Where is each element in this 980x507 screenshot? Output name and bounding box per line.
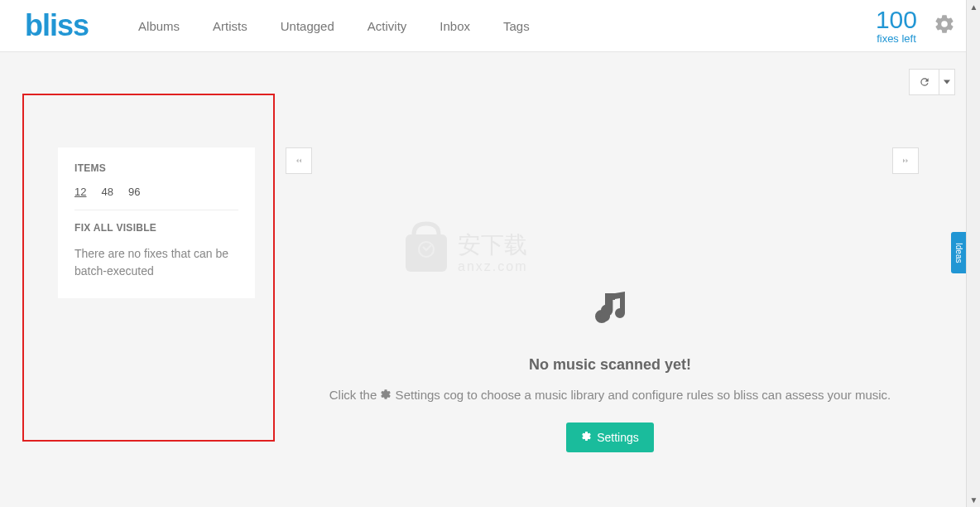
items-options: 12 48 96 (74, 186, 238, 198)
main-title: No music scanned yet! (529, 356, 691, 374)
divider (74, 210, 238, 210)
settings-button-label: Settings (597, 431, 639, 444)
main-text: Click the Settings cog to choose a music… (329, 385, 891, 406)
settings-button[interactable]: Settings (566, 422, 654, 452)
items-option-96[interactable]: 96 (128, 186, 140, 198)
items-option-12[interactable]: 12 (74, 186, 86, 198)
music-icon (588, 288, 632, 331)
nav-activity[interactable]: Activity (368, 19, 407, 33)
gear-icon[interactable] (934, 13, 955, 38)
ideas-tab[interactable]: Ideas (951, 232, 966, 273)
nav-albums[interactable]: Albums (138, 19, 180, 33)
refresh-button[interactable] (909, 69, 939, 95)
logo[interactable]: bliss (25, 8, 89, 43)
fixes-label: fixes left (876, 32, 917, 45)
scroll-down-icon[interactable]: ▼ (967, 493, 980, 507)
fixes-counter[interactable]: 100 fixes left (876, 7, 917, 45)
gear-icon (581, 431, 592, 444)
fixes-count: 100 (876, 7, 917, 32)
items-option-48[interactable]: 48 (101, 186, 113, 198)
items-heading: ITEMS (74, 162, 238, 174)
sidebar-card: ITEMS 12 48 96 FIX ALL VISIBLE There are… (58, 147, 255, 298)
nav-artists[interactable]: Artists (213, 19, 247, 33)
nav-tags[interactable]: Tags (503, 19, 530, 33)
scrollbar[interactable]: ▲ ▼ (966, 0, 980, 507)
header: bliss Albums Artists Untagged Activity I… (0, 0, 980, 52)
main-content: No music scanned yet! Click the Settings… (281, 114, 939, 507)
fix-text: There are no fixes that can be batch-exe… (74, 245, 238, 280)
nav-inbox[interactable]: Inbox (440, 19, 470, 33)
scroll-up-icon[interactable]: ▲ (967, 0, 980, 14)
nav: Albums Artists Untagged Activity Inbox T… (138, 19, 876, 33)
toolbar (0, 52, 980, 104)
inline-gear-icon (380, 386, 392, 406)
fix-heading: FIX ALL VISIBLE (74, 222, 238, 234)
toolbar-dropdown[interactable] (939, 69, 955, 95)
nav-untagged[interactable]: Untagged (281, 19, 334, 33)
